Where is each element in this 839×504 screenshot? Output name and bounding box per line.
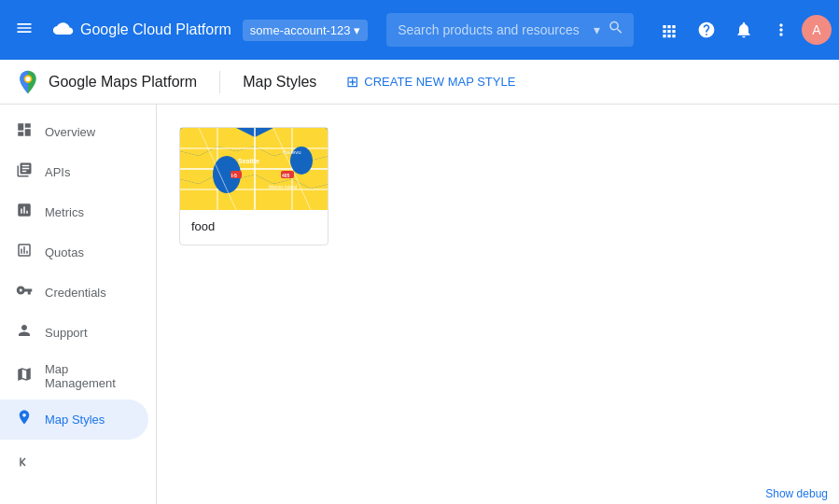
- map-card-thumbnail: Seattle Bellevu Mercer Island I-5 405: [180, 128, 329, 210]
- sidebar-item-metrics[interactable]: Metrics: [0, 192, 148, 232]
- sidebar-item-map-styles[interactable]: Map Styles: [0, 399, 148, 440]
- notifications-icon-btn[interactable]: [727, 13, 761, 47]
- subheader: Google Maps Platform Map Styles ⊞ CREATE…: [0, 60, 839, 105]
- header-divider: [219, 71, 220, 93]
- more-icon-btn[interactable]: [764, 13, 798, 47]
- map-management-icon: [15, 366, 34, 387]
- maps-logo-area: Google Maps Platform: [15, 69, 197, 95]
- account-selector[interactable]: some-account-123 ▾: [243, 20, 368, 41]
- topbar-title: Google Cloud Platform: [80, 21, 231, 38]
- credentials-icon: [15, 282, 34, 303]
- main-content: Seattle Bellevu Mercer Island I-5 405 fo…: [157, 105, 839, 504]
- search-icon: [608, 20, 624, 41]
- svg-text:Bellevu: Bellevu: [283, 149, 301, 155]
- maps-logo-icon: [15, 69, 41, 95]
- sidebar-item-label: Credentials: [45, 286, 106, 300]
- cloud-logo-icon: [49, 17, 75, 43]
- sidebar-item-label: Quotas: [45, 245, 84, 259]
- page-title: Map Styles: [243, 74, 316, 91]
- sidebar-item-quotas[interactable]: Quotas: [0, 232, 148, 273]
- topbar: Google Cloud Platform some-account-123 ▾…: [0, 0, 839, 60]
- avatar[interactable]: A: [802, 15, 832, 45]
- help-icon-btn[interactable]: [690, 13, 723, 47]
- create-plus-icon: ⊞: [346, 73, 358, 91]
- sidebar-item-label: Map Management: [45, 362, 133, 390]
- sidebar-item-label: Support: [45, 326, 88, 340]
- sidebar-item-label: APIs: [45, 165, 70, 179]
- map-styles-icon: [15, 409, 34, 430]
- svg-text:405: 405: [282, 173, 290, 178]
- maps-platform-title: Google Maps Platform: [49, 74, 197, 91]
- quotas-icon: [15, 242, 34, 263]
- layout: Overview APIs Metrics Quotas Credentials: [0, 105, 839, 504]
- svg-point-0: [25, 76, 30, 80]
- map-card-label: food: [180, 210, 328, 245]
- sidebar: Overview APIs Metrics Quotas Credentials: [0, 105, 157, 504]
- svg-text:Mercer Island: Mercer Island: [269, 184, 298, 189]
- overview-icon: [15, 121, 34, 143]
- search-area: ▾: [386, 13, 634, 47]
- map-style-card[interactable]: Seattle Bellevu Mercer Island I-5 405 fo…: [179, 127, 329, 245]
- sidebar-item-overview[interactable]: Overview: [0, 112, 148, 152]
- sidebar-item-apis[interactable]: APIs: [0, 152, 148, 192]
- debug-label: Show debug: [765, 487, 828, 500]
- svg-text:Seattle: Seattle: [238, 158, 259, 164]
- search-dropdown-icon[interactable]: ▾: [594, 22, 600, 37]
- sidebar-item-credentials[interactable]: Credentials: [0, 273, 148, 313]
- sidebar-item-map-management[interactable]: Map Management: [0, 353, 148, 399]
- topbar-icons: A: [652, 13, 832, 47]
- sidebar-item-label: Map Styles: [45, 413, 105, 427]
- sidebar-item-support[interactable]: Support: [0, 313, 148, 353]
- create-new-label: CREATE NEW MAP STYLE: [364, 75, 515, 89]
- create-new-map-style-button[interactable]: ⊞ CREATE NEW MAP STYLE: [346, 73, 515, 91]
- menu-icon[interactable]: [7, 11, 41, 49]
- topbar-logo: Google Cloud Platform: [49, 17, 231, 43]
- sidebar-item-label: Overview: [45, 125, 95, 139]
- metrics-icon: [15, 202, 34, 223]
- show-debug-button[interactable]: Show debug: [754, 483, 839, 504]
- apis-icon: [15, 161, 34, 183]
- sidebar-collapse-button[interactable]: [7, 446, 39, 478]
- support-icon: [15, 322, 34, 343]
- sidebar-item-label: Metrics: [45, 205, 84, 219]
- grid-icon-btn[interactable]: [652, 13, 686, 47]
- svg-text:I-5: I-5: [231, 173, 237, 178]
